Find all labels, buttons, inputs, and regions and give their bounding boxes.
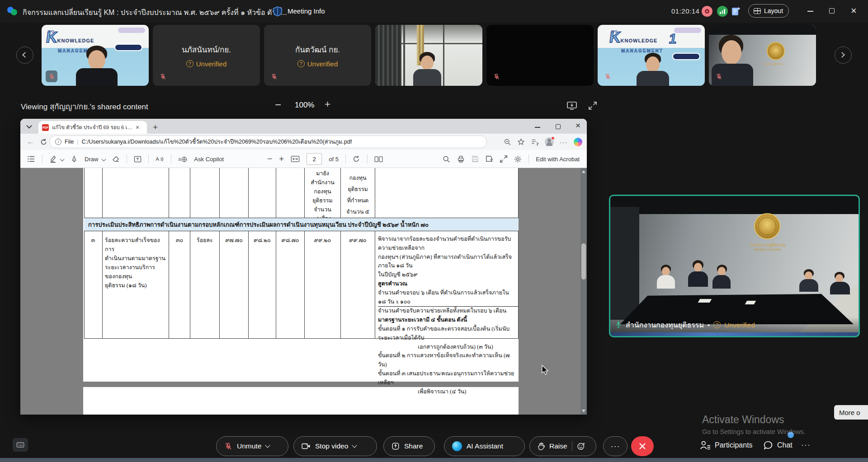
raise-hand-reactions-button[interactable]: Raise: [529, 436, 596, 456]
refresh-icon[interactable]: [40, 138, 47, 146]
video-options-chevron-icon[interactable]: [352, 443, 357, 448]
page-number-input[interactable]: [307, 153, 322, 165]
more-options-button[interactable]: ···: [603, 436, 627, 456]
scroll-up-arrow[interactable]: [582, 170, 585, 173]
chat-button[interactable]: Chat: [763, 440, 793, 450]
profile-avatar[interactable]: [545, 137, 554, 146]
table-cell: [84, 168, 103, 218]
back-icon[interactable]: ←: [27, 137, 34, 146]
browser-restore-button[interactable]: [556, 124, 561, 129]
new-tab-button[interactable]: +: [153, 122, 158, 132]
browser-tab-strip: PDF แก้ไข ตัวชี้วัด ประจำปี 69 รอบ 6 เดื…: [20, 119, 587, 134]
url-field[interactable]: i File | C:/Users/sukanya.i/Downloads/แก…: [49, 135, 487, 148]
page-view-icon[interactable]: [374, 156, 383, 163]
read-aloud-icon[interactable]: A: [156, 156, 164, 163]
office-blinds: [375, 25, 401, 86]
save-icon[interactable]: [472, 155, 479, 163]
bookmark-star-icon[interactable]: [517, 138, 525, 146]
camera-icon: [302, 443, 311, 450]
settings-gear-icon[interactable]: [514, 155, 522, 163]
unmute-button[interactable]: Unmute: [216, 436, 288, 456]
participant-thumbnail-video-off[interactable]: [486, 25, 594, 86]
table-cell-target: ๙๘.๗๐: [276, 231, 305, 338]
draw-label[interactable]: Draw: [85, 156, 98, 163]
rotate-icon[interactable]: [353, 155, 360, 163]
participant-thumbnail-video-km[interactable]: JFO KKNOWLEDGE MANAGEMENT: [42, 25, 149, 86]
pdf-zoom-out-button[interactable]: −: [267, 154, 272, 164]
browser-scrollbar[interactable]: [580, 168, 587, 415]
add-text-icon[interactable]: [134, 156, 142, 163]
pop-out-view-icon[interactable]: [566, 101, 577, 111]
leave-meeting-button[interactable]: [631, 436, 654, 456]
activate-windows-watermark: Activate Windows: [702, 414, 784, 426]
muted-mic-icon: [491, 70, 502, 82]
notes-icon[interactable]: [730, 6, 741, 17]
browser-tab[interactable]: PDF แก้ไข ตัวชี้วัด ประจำปี 69 รอบ 6 เดื…: [38, 121, 147, 134]
browser-menu-icon[interactable]: ···: [560, 138, 568, 146]
ask-copilot-label[interactable]: Ask Copilot: [194, 156, 224, 163]
meeting-info-label[interactable]: Meeting Info: [288, 7, 325, 15]
active-speaker-video-panel[interactable]: กระทรวงยุติธรรม Ministry of Justice: [609, 195, 860, 337]
window-close-button[interactable]: ×: [851, 5, 857, 17]
km-logo-word1: KNOWLEDGE: [57, 38, 94, 43]
window-maximize-button[interactable]: [829, 8, 835, 14]
collapse-chevron-icon[interactable]: [26, 123, 32, 129]
search-document-icon[interactable]: [443, 155, 450, 163]
pdf-zoom-in-button[interactable]: +: [279, 154, 284, 164]
eraser-icon[interactable]: [112, 156, 120, 163]
share-button[interactable]: Share: [383, 436, 435, 456]
closed-caption-button[interactable]: [13, 438, 28, 452]
ai-assistant-button[interactable]: AI Assistant: [444, 436, 525, 456]
table-cell-target: ๙๗.๗๐: [220, 231, 249, 338]
tab-close-icon[interactable]: ×: [136, 124, 139, 131]
draw-chevron-icon[interactable]: [102, 157, 106, 161]
expand-icon[interactable]: [500, 155, 507, 163]
print-icon[interactable]: [457, 155, 465, 163]
unmute-options-chevron-icon[interactable]: [265, 443, 270, 448]
save-as-icon[interactable]: [486, 155, 493, 163]
unverified-badge: ? Unverified: [186, 60, 227, 68]
recording-indicator-icon[interactable]: [702, 6, 712, 17]
stop-video-label: Stop video: [315, 442, 348, 450]
participant-thumbnail-video-office[interactable]: [375, 25, 482, 86]
layout-button[interactable]: Layout: [748, 4, 789, 18]
scroll-down-arrow[interactable]: [582, 410, 585, 412]
collections-icon[interactable]: [531, 138, 539, 146]
browser-minimize-button[interactable]: [535, 127, 540, 128]
stop-video-button[interactable]: Stop video: [293, 436, 377, 456]
participant-thumbnail-kantawat[interactable]: กันตวัฒน์ กย. ? Unverified: [264, 25, 371, 86]
copilot-icon[interactable]: [574, 138, 582, 146]
zoom-page-icon[interactable]: [504, 138, 511, 146]
zoom-out-button[interactable]: −: [275, 98, 281, 111]
highlighter-chevron-icon[interactable]: [60, 157, 65, 161]
ministry-crest-text: กระทรวงยุติธรรม: [763, 62, 783, 66]
meeting-security-shield-icon[interactable]: [272, 6, 283, 17]
edit-with-acrobat-button[interactable]: Edit with Acrobat: [536, 156, 580, 163]
draw-pen-icon[interactable]: [71, 155, 78, 163]
filmstrip-previous-button[interactable]: [16, 47, 33, 64]
mouse-cursor: [541, 365, 549, 376]
svg-text:A: A: [156, 156, 160, 162]
page-info-icon[interactable]: i: [55, 139, 61, 145]
pdf-content-area[interactable]: มายังสำนักงานกองทุน ยุติธรรมจำนวน ๔ เรื่…: [20, 168, 587, 415]
table-of-contents-icon[interactable]: [27, 155, 35, 163]
separator-dot: •: [708, 321, 710, 329]
fit-to-width-icon[interactable]: [291, 156, 300, 162]
connection-quality-icon[interactable]: [717, 6, 728, 17]
translate-icon[interactable]: a: [178, 156, 187, 163]
participant-thumbnail-video-room[interactable]: กระทรวงยุติธรรม: [709, 25, 816, 86]
window-minimize-button[interactable]: [807, 11, 813, 12]
reactions-smiley-icon[interactable]: [577, 442, 585, 451]
participant-thumbnail-napasanan[interactable]: นภัสนันทน์/กย. ? Unverified: [153, 25, 260, 86]
participant-thumbnail-video-km2[interactable]: JFO KKNOWLEDGE MANAGEMENT 1: [598, 25, 705, 86]
participants-button[interactable]: Participants: [700, 440, 753, 450]
panel-overflow-button[interactable]: ···: [801, 440, 811, 450]
title-bar: กิจกรรมแลกเปลี่ยนเรียนรู้ KM : ประจำปีงบ…: [0, 0, 868, 23]
highlighter-icon[interactable]: [49, 155, 57, 163]
room-ceiling: [709, 25, 816, 35]
zoom-in-button[interactable]: +: [325, 98, 330, 110]
scrollbar-thumb[interactable]: [581, 243, 586, 280]
browser-close-button[interactable]: ×: [576, 121, 580, 131]
fullscreen-icon[interactable]: [588, 101, 598, 111]
filmstrip-next-button[interactable]: [835, 47, 852, 64]
